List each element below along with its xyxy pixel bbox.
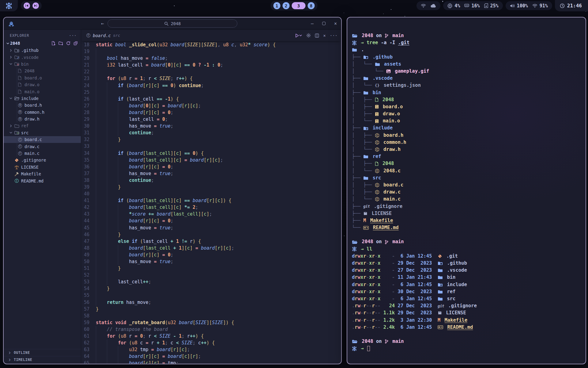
file-tree-item-common-h[interactable]: Hcommon.h: [4, 109, 81, 116]
file-tree-item-board-o[interactable]: board.o: [4, 75, 81, 81]
terminal-line-39: .rw-r--r-- 1.1k 29 Dec 2023 LICENSE: [352, 309, 582, 316]
file-icon: [18, 69, 21, 73]
speaker-icon: [510, 4, 515, 8]
ccirc-icon: C: [18, 151, 22, 156]
file-tree-item-ref[interactable]: ref: [4, 122, 81, 129]
terminal-line-37: drwxr-xr-x - 6 Jan 12:45 src: [352, 295, 582, 302]
foo-icon: [14, 96, 19, 100]
media-next-button[interactable]: [32, 2, 39, 9]
svg-text:C: C: [376, 198, 378, 201]
sidebar-section-outline[interactable]: OUTLINE: [4, 349, 81, 356]
svg-text:H: H: [19, 104, 21, 107]
file-label: Makefile: [21, 171, 41, 176]
minimize-button[interactable]: –: [311, 21, 314, 26]
system-stats[interactable]: 4%16%25%: [443, 1, 503, 10]
run-button[interactable]: [295, 33, 302, 38]
file-tree-item-src[interactable]: ()src: [4, 129, 81, 136]
tfo-icon: [352, 34, 358, 38]
file-tree-item--vscode[interactable]: .vscode: [4, 54, 81, 60]
collapse-button[interactable]: [74, 41, 78, 45]
file-tree-item-makefile[interactable]: Makefile: [4, 171, 81, 177]
terminal-window[interactable]: 2048 on main → tree -a -I .git .├── .git…: [347, 17, 586, 364]
newfile-button[interactable]: [51, 41, 55, 45]
code-line-58: 58: [81, 312, 341, 319]
tfo-icon: [352, 240, 358, 244]
audio-wifi-stats[interactable]: 100%91%: [506, 1, 552, 10]
explorer-more-icon[interactable]: ···: [69, 33, 77, 38]
workspace-1[interactable]: 1: [273, 2, 281, 9]
code-line-38: 38continue;: [81, 177, 341, 184]
workspace-8[interactable]: 8: [308, 2, 315, 9]
code-line-61: 61for (u8 r = 0; r < SIZE - 1; r++) {: [81, 333, 341, 339]
terminal-line-26: ├── M Makefile: [352, 217, 582, 224]
file-tree-item-bin[interactable]: bin: [4, 61, 81, 67]
img-icon: [386, 69, 391, 73]
file-tree-item-main-c[interactable]: Cmain.c: [4, 150, 81, 157]
code-line-28: 28board[r][c] = 0;: [81, 109, 341, 116]
code-line-51: 51}: [81, 265, 341, 272]
file-tree-item--github[interactable]: .github: [4, 47, 81, 54]
file-tree-item-readme-md[interactable]: README.md: [4, 177, 81, 184]
law-icon: [14, 165, 19, 169]
file-tree-item--gitignore[interactable]: .gitignore: [4, 157, 81, 163]
tab-board-c[interactable]: C board.c src: [86, 33, 120, 38]
file-tree-item-draw-h[interactable]: Hdraw.h: [4, 116, 81, 122]
nav-back-icon[interactable]: ←: [101, 21, 104, 26]
sidebar-section-timeline[interactable]: TIMELINE: [4, 356, 81, 363]
settings-gear-icon[interactable]: [306, 33, 311, 38]
file-tree-item-draw-c[interactable]: Cdraw.c: [4, 143, 81, 150]
workspace-2[interactable]: 2: [283, 2, 290, 9]
nix-logo-module[interactable]: [0, 0, 18, 11]
terminal-line-1: → tree -a -I .git: [352, 39, 582, 46]
file-tree-item-board-c[interactable]: Cboard.c: [4, 136, 81, 143]
file-tree-item-include[interactable]: include: [4, 95, 81, 102]
exe-icon: [375, 98, 379, 102]
line-number: 35: [81, 157, 96, 163]
media-prev-button[interactable]: [24, 2, 30, 9]
code-line-42: 42board[last_cell][c] *= 2;: [81, 204, 341, 211]
terminal-line-40: .rw-r--r-- 1.2k 3 Jan 22:30 M Makefile: [352, 317, 582, 324]
line-number: 50: [81, 258, 96, 265]
terminal-line-15: │ ├── C common.h: [352, 139, 582, 146]
file-tree-item-2048[interactable]: 2048: [4, 67, 81, 74]
project-root-row[interactable]: 2048: [4, 40, 81, 47]
obj-icon: 0110: [375, 112, 379, 116]
hammer-icon: [14, 172, 19, 176]
search-value: 2048: [171, 21, 181, 26]
terminal-line-22: │ ├── C draw.c: [352, 189, 582, 196]
file-label: .github: [21, 48, 39, 53]
book-icon: [363, 212, 368, 216]
code-editor[interactable]: 18static bool _slide_col(u32 board[SIZE]…: [81, 41, 341, 364]
workspace-3[interactable]: 3: [292, 2, 306, 9]
chevR-icon: [9, 49, 13, 52]
file-tree-item-draw-o[interactable]: draw.o: [4, 81, 81, 88]
maximize-button[interactable]: [322, 22, 326, 25]
terminal-line-7: │ └── {} settings.json: [352, 82, 582, 89]
terminal-line-42: [352, 331, 582, 338]
close-tab-icon[interactable]: ×: [323, 33, 326, 38]
code-line-44: 44board[r][c] = 0;: [81, 217, 341, 224]
stat-wifi-value: 91%: [540, 3, 548, 9]
terminal-line-21: │ ├── C board.c: [352, 182, 582, 189]
newfolder-button[interactable]: [58, 41, 63, 45]
editor-more-icon[interactable]: ···: [330, 33, 337, 38]
code-line-36: 36board[r][c] = 0;: [81, 163, 341, 170]
split-editor-icon[interactable]: [315, 33, 319, 38]
close-window-button[interactable]: ×: [334, 21, 337, 26]
code-line-31: 31continue;: [81, 129, 341, 136]
file-tree-item-license[interactable]: LICENSE: [4, 164, 81, 171]
file-tree-item-main-o[interactable]: main.o: [4, 88, 81, 95]
command-center-search[interactable]: 2048: [107, 19, 237, 28]
file-tree-item-board-h[interactable]: Hboard.h: [4, 102, 81, 109]
line-number: 60: [81, 326, 96, 333]
refresh-button[interactable]: [66, 41, 70, 45]
exe-icon: [375, 162, 379, 166]
code-line-40: 40: [81, 190, 341, 197]
terminal-line-12: │ └── 0110 main.o: [352, 117, 582, 125]
clock-icon: [560, 3, 565, 8]
line-number: 34: [81, 150, 96, 157]
network-tray[interactable]: [417, 1, 440, 10]
line-number: 55: [81, 292, 96, 299]
clock-module[interactable]: 21:46: [555, 0, 588, 11]
line-number: 37: [81, 170, 96, 177]
